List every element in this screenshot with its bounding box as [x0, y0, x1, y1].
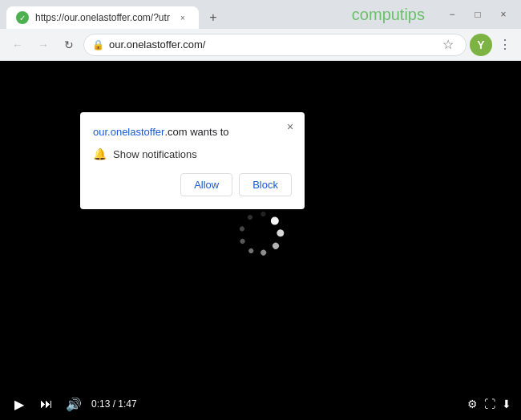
play-button[interactable]: ▶ — [10, 394, 29, 414]
svg-point-4 — [244, 245, 251, 252]
tab-bar: ✓ https://our.onelastoffer.com/?utr × + — [6, 0, 349, 29]
tab-title: https://our.onelastoffer.com/?utr — [35, 12, 170, 23]
svg-point-0 — [272, 219, 283, 230]
tab-favicon: ✓ — [16, 11, 29, 24]
skip-button[interactable]: ⏭ — [37, 394, 56, 414]
browser-toolbar: ← → ↻ 🔒 our.onelastoffer.com/ ☆ Y ⋮ — [0, 29, 521, 61]
download-icon[interactable]: ⬇ — [502, 398, 511, 410]
browser-window: ✓ https://our.onelastoffer.com/?utr × + … — [0, 0, 521, 420]
popup-buttons: Allow Block — [93, 173, 292, 196]
bell-icon: 🔔 — [93, 147, 107, 160]
profile-icon[interactable]: Y — [470, 34, 492, 56]
lock-icon: 🔒 — [92, 39, 104, 50]
tab-close-button[interactable]: × — [176, 11, 189, 24]
back-button[interactable]: ← — [6, 34, 29, 56]
settings-icon[interactable]: ⚙ — [467, 398, 478, 410]
volume-button[interactable]: 🔊 — [64, 394, 83, 414]
address-bar[interactable]: 🔒 our.onelastoffer.com/ ☆ — [83, 34, 466, 56]
menu-icon[interactable]: ⋮ — [495, 35, 515, 55]
time-display: 0:13 / 1:47 — [91, 398, 137, 410]
svg-point-5 — [238, 234, 244, 240]
active-tab[interactable]: ✓ https://our.onelastoffer.com/?utr × — [6, 6, 199, 29]
loading-spinner — [236, 210, 285, 261]
notification-popup: × our.onelastoffer.com wants to 🔔 Show n… — [80, 112, 305, 209]
window-controls: − □ × — [441, 3, 515, 26]
address-text: our.onelastoffer.com/ — [109, 38, 434, 50]
permission-text: Show notifications — [113, 148, 197, 160]
spinner-svg — [236, 210, 285, 258]
popup-permission-row: 🔔 Show notifications — [93, 147, 292, 160]
video-controls-bar: ▶ ⏭ 🔊 0:13 / 1:47 ⚙ ⛶ ⬇ — [0, 388, 521, 420]
maximize-button[interactable]: □ — [466, 3, 489, 26]
svg-point-7 — [250, 212, 256, 219]
fullscreen-icon[interactable]: ⛶ — [484, 398, 495, 410]
minimize-button[interactable]: − — [441, 3, 463, 26]
popup-close-button[interactable]: × — [282, 119, 298, 135]
svg-point-1 — [275, 232, 285, 242]
right-video-controls: ⚙ ⛶ ⬇ — [467, 398, 511, 410]
allow-button[interactable]: Allow — [180, 173, 232, 196]
title-bar: ✓ https://our.onelastoffer.com/?utr × + … — [0, 0, 521, 29]
popup-title: our.onelastoffer.com wants to — [93, 125, 292, 139]
svg-point-3 — [256, 249, 264, 257]
computips-label: computips — [352, 6, 425, 24]
popup-site-name: our.onelastoffer — [93, 126, 164, 138]
block-button[interactable]: Block — [239, 173, 292, 196]
new-tab-button[interactable]: + — [202, 6, 224, 29]
reload-button[interactable]: ↻ — [58, 34, 80, 56]
close-button[interactable]: × — [492, 3, 515, 26]
forward-button[interactable]: → — [32, 34, 55, 56]
bookmark-star-icon[interactable]: ☆ — [438, 35, 458, 55]
browser-content: × our.onelastoffer.com wants to 🔔 Show n… — [0, 61, 521, 420]
svg-point-6 — [240, 222, 247, 228]
svg-point-8 — [264, 212, 270, 218]
svg-point-2 — [269, 244, 277, 253]
